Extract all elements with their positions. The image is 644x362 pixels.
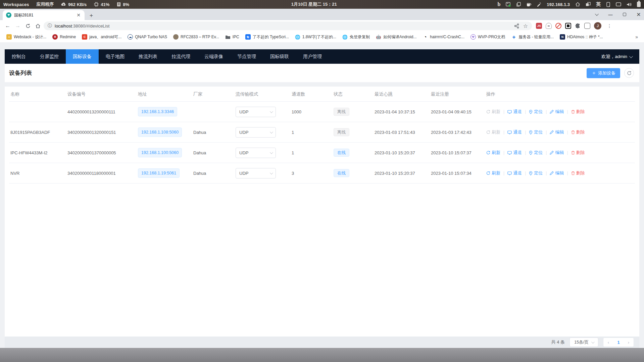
- volume-tray-icon[interactable]: [627, 2, 632, 7]
- windows-tray-icon[interactable]: [586, 2, 591, 7]
- refresh-action[interactable]: 刷新: [486, 150, 500, 156]
- page-size-value: 15条/页: [574, 340, 588, 345]
- tab-search-chevron-icon[interactable]: [594, 12, 599, 17]
- reload-button[interactable]: [23, 21, 32, 30]
- bookmark-article[interactable]: 🌐1.8W字|了不起的...: [293, 33, 339, 41]
- nav-item-node-manage[interactable]: 节点管理: [230, 49, 263, 64]
- locate-action[interactable]: 定位: [529, 129, 543, 135]
- kdeconnect-tray-icon[interactable]: [606, 2, 610, 7]
- delete-action[interactable]: 删除: [571, 129, 585, 135]
- nav-item-cloud-record[interactable]: 云端录像: [197, 49, 230, 64]
- ext-notes-icon[interactable]: [584, 23, 590, 29]
- ext-adblock-icon[interactable]: [555, 23, 561, 29]
- nav-item-pull-proxy[interactable]: 拉流代理: [164, 49, 197, 64]
- page-size-select[interactable]: 15条/页: [569, 338, 598, 347]
- nav-item-gb-cascade[interactable]: 国标级联: [263, 49, 296, 64]
- stream-mode-select[interactable]: UDP: [236, 148, 276, 158]
- screenshot-tray-icon[interactable]: [506, 2, 511, 7]
- memory-indicator: 8%: [117, 2, 129, 7]
- nav-item-console[interactable]: 控制台: [5, 49, 33, 64]
- bookmark-rfc2833[interactable]: RFC2833 – RTP Ev...: [171, 33, 221, 41]
- channel-action[interactable]: 通道: [507, 109, 522, 115]
- clock[interactable]: 1月10日 星期二 15：21: [291, 1, 337, 7]
- url-omnibox[interactable]: ⓘ localhost:38080/#/deviceList ☆: [44, 21, 532, 30]
- bing-tray-icon[interactable]: b: [497, 1, 500, 7]
- bookmark-copy-free[interactable]: 🌐免登录复制: [340, 33, 372, 41]
- clipboard-tray-icon[interactable]: [516, 2, 521, 7]
- site-info-icon[interactable]: ⓘ: [48, 23, 52, 29]
- bookmark-android-build[interactable]: 🤖如何编译Android...: [374, 33, 419, 41]
- caffeine-tray-icon[interactable]: [526, 2, 531, 7]
- bookmark-wvp-doc[interactable]: ΨWVP-PRO文档: [468, 33, 507, 41]
- applications-button[interactable]: 应用程序: [36, 1, 54, 7]
- refresh-action[interactable]: 刷新: [486, 129, 500, 135]
- browser-home-button[interactable]: [34, 21, 42, 30]
- channel-action[interactable]: 通道: [507, 150, 522, 156]
- color-picker-tray-icon[interactable]: [537, 2, 541, 7]
- new-tab-button[interactable]: ＋: [87, 10, 96, 20]
- channel-action[interactable]: 通道: [507, 129, 522, 135]
- input-language-indicator[interactable]: 英: [596, 1, 601, 7]
- bookmark-redmine[interactable]: RRedmine: [50, 33, 78, 41]
- locate-action[interactable]: 定位: [529, 109, 543, 115]
- nav-item-split-monitor[interactable]: 分屏监控: [33, 49, 66, 64]
- ext-qr-icon[interactable]: [565, 23, 571, 29]
- bookmark-csdn[interactable]: Cjava、android可...: [80, 33, 124, 41]
- bookmark-hdatmos[interactable]: NHDAtmos :: 种子 *...: [557, 33, 605, 41]
- bookmark-star-icon[interactable]: ☆: [523, 23, 528, 29]
- current-page[interactable]: 1: [613, 340, 624, 345]
- bookmark-github[interactable]: ◔hairrrrr/C-CrashC...: [420, 33, 467, 41]
- delete-action[interactable]: 删除: [571, 170, 585, 176]
- ext-js-icon[interactable]: JS: [536, 23, 542, 29]
- window-restore-button[interactable]: [622, 12, 627, 17]
- refresh-action[interactable]: 刷新: [486, 109, 500, 115]
- workspaces-button[interactable]: Workspaces: [3, 2, 29, 7]
- back-button[interactable]: ←: [3, 21, 12, 30]
- ext-proxy-icon[interactable]: ∞: [546, 23, 552, 29]
- extensions-puzzle-icon[interactable]: [575, 23, 581, 29]
- refresh-list-button[interactable]: [624, 68, 634, 78]
- share-icon[interactable]: [514, 23, 519, 29]
- refresh-action[interactable]: 刷新: [486, 170, 500, 176]
- delete-action[interactable]: 删除: [571, 109, 585, 115]
- ip-address-label[interactable]: 192.168.1.3: [547, 2, 570, 7]
- window-minimize-button[interactable]: —: [608, 12, 613, 17]
- user-menu[interactable]: 欢迎，admin: [601, 54, 639, 60]
- edit-action[interactable]: 编辑: [550, 129, 564, 135]
- locate-action[interactable]: 定位: [529, 150, 543, 156]
- bookmark-zhihu[interactable]: 知了不起的 TypeScri...: [243, 33, 291, 41]
- trash-icon: [571, 130, 575, 134]
- memory-value: 8%: [123, 2, 129, 7]
- browser-menu-icon[interactable]: ⋮: [607, 23, 612, 29]
- edit-action[interactable]: 编辑: [550, 150, 564, 156]
- profile-avatar[interactable]: J: [594, 22, 601, 30]
- tab-close-icon[interactable]: ✕: [76, 12, 81, 18]
- display-tray-icon[interactable]: [616, 2, 621, 7]
- stream-mode-select[interactable]: UDP: [236, 168, 276, 178]
- delete-action[interactable]: 删除: [571, 150, 585, 156]
- edit-action[interactable]: 编辑: [550, 109, 564, 115]
- browser-tab[interactable]: 国标28181 ✕: [3, 10, 85, 20]
- bookmark-webstack[interactable]: ≡Webstack - 设计...: [4, 33, 49, 41]
- stream-mode-select[interactable]: UDP: [236, 107, 276, 117]
- nav-item-map[interactable]: 电子地图: [99, 49, 132, 64]
- bookmark-folder-ipc[interactable]: IPC: [223, 34, 242, 40]
- stream-mode-select[interactable]: UDP: [236, 127, 276, 138]
- next-page-button[interactable]: ›: [624, 340, 634, 345]
- bookmark-server[interactable]: ◈服务器 - 轻量应用...: [509, 33, 556, 41]
- battery-tray-icon[interactable]: [637, 2, 641, 7]
- forward-button[interactable]: →: [13, 21, 22, 30]
- home-tray-icon[interactable]: [575, 2, 580, 7]
- prev-page-button[interactable]: ‹: [603, 340, 613, 345]
- add-device-button[interactable]: ＋添加设备: [587, 68, 620, 78]
- nav-item-user-manage[interactable]: 用户管理: [296, 49, 329, 64]
- pagination-total: 共 4 条: [551, 339, 565, 345]
- locate-action[interactable]: 定位: [529, 170, 543, 176]
- channel-action[interactable]: 通道: [507, 170, 522, 176]
- nav-item-gb-devices[interactable]: 国标设备: [66, 49, 99, 64]
- edit-action[interactable]: 编辑: [550, 170, 564, 176]
- window-close-button[interactable]: ✕: [636, 12, 641, 17]
- bookmark-qnap[interactable]: ☁QNAP Turbo NAS: [125, 33, 169, 41]
- nav-item-push-list[interactable]: 推流列表: [132, 49, 164, 64]
- bookmarks-overflow-chevron[interactable]: »: [633, 34, 640, 40]
